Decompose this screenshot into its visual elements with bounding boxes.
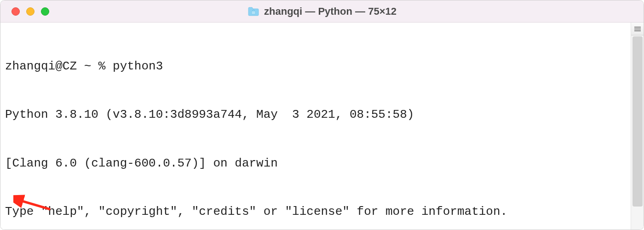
terminal-window: zhangqi — Python — 75×12 zhangqi@CZ ~ % … — [0, 0, 644, 230]
minimize-button[interactable] — [26, 7, 34, 16]
scrollbar[interactable] — [631, 23, 644, 230]
scrollbar-thumb[interactable] — [632, 36, 643, 207]
terminal-line: [Clang 6.0 (clang-600.0.57)] on darwin — [5, 155, 626, 172]
maximize-button[interactable] — [41, 7, 49, 16]
window-titlebar[interactable]: zhangqi — Python — 75×12 — [0, 0, 644, 23]
terminal-line: zhangqi@CZ ~ % python3 — [5, 58, 626, 75]
scrollbar-menu-button[interactable] — [631, 23, 644, 35]
folder-icon — [247, 6, 259, 17]
window-title: zhangqi — Python — 75×12 — [247, 6, 397, 17]
terminal-content[interactable]: zhangqi@CZ ~ % python3 Python 3.8.10 (v3… — [0, 23, 631, 230]
close-button[interactable] — [12, 7, 20, 16]
terminal-line: Python 3.8.10 (v3.8.10:3d8993a744, May 3… — [5, 107, 626, 123]
terminal-main: zhangqi@CZ ~ % python3 Python 3.8.10 (v3… — [0, 23, 644, 230]
terminal-line: Type "help", "copyright", "credits" or "… — [5, 204, 626, 220]
window-title-text: zhangqi — Python — 75×12 — [264, 6, 397, 17]
traffic-lights — [0, 7, 49, 16]
hamburger-icon — [634, 27, 641, 31]
svg-rect-0 — [252, 11, 255, 14]
